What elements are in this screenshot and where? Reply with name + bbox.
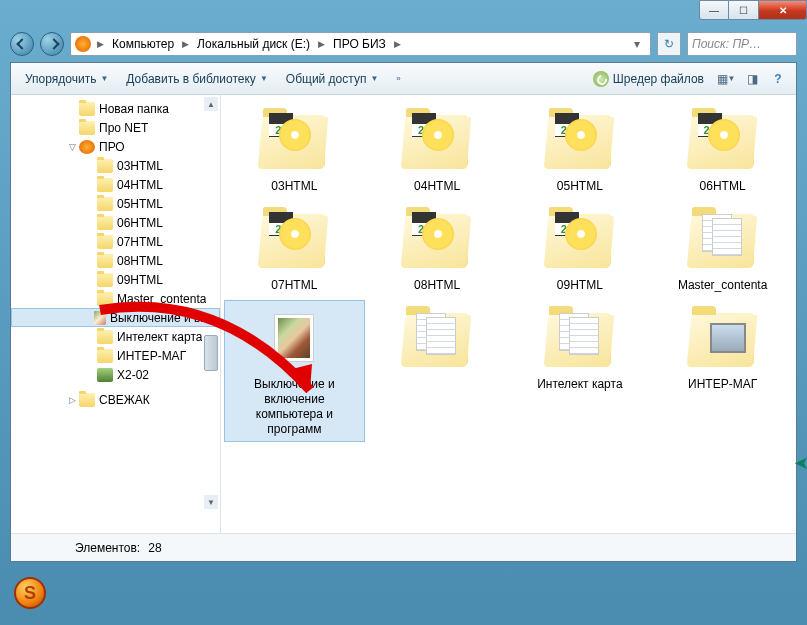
more-button[interactable]: » xyxy=(388,70,408,87)
grid-item[interactable]: 06HTML xyxy=(653,103,792,198)
grid-item[interactable]: 04HTML xyxy=(368,103,507,198)
grid-item[interactable]: 05HTML xyxy=(511,103,650,198)
item-thumb xyxy=(398,305,476,375)
chevron-right-icon[interactable]: ▶ xyxy=(392,39,403,49)
item-thumb xyxy=(541,107,619,177)
tree-item[interactable]: Интелект карта xyxy=(11,327,220,346)
tree-item-label: Про NET xyxy=(99,121,148,135)
help-button[interactable]: ? xyxy=(766,68,790,90)
tree-item-label: Новая папка xyxy=(99,102,169,116)
tree-item[interactable]: Про NET xyxy=(11,118,220,137)
tree-item-label: СВЕЖАК xyxy=(99,393,150,407)
refresh-button[interactable]: ↻ xyxy=(657,32,681,56)
grid-item[interactable]: 09HTML xyxy=(511,202,650,297)
maximize-button[interactable]: ☐ xyxy=(729,0,759,20)
tree-item-label: 04HTML xyxy=(117,178,163,192)
item-thumb xyxy=(684,305,762,375)
item-thumb xyxy=(398,206,476,276)
back-button[interactable] xyxy=(10,32,34,56)
shredder-button[interactable]: Шредер файлов xyxy=(585,67,712,91)
tree-item[interactable]: 05HTML xyxy=(11,194,220,213)
scroll-down-button[interactable]: ▼ xyxy=(204,495,218,509)
grid-item[interactable]: Master_contenta xyxy=(653,202,792,297)
breadcrumb-seg[interactable]: Локальный диск (E:) xyxy=(191,37,316,51)
content-pane[interactable]: 03HTML04HTML05HTML06HTML07HTML08HTML09HT… xyxy=(221,95,796,533)
grid-item[interactable]: Интелект карта xyxy=(511,301,650,441)
grid-item[interactable]: ИНТЕР-МАГ xyxy=(653,301,792,441)
tree-item[interactable]: X2-02 xyxy=(11,365,220,384)
grid-item[interactable]: 08HTML xyxy=(368,202,507,297)
organize-button[interactable]: Упорядочить▼ xyxy=(17,68,116,90)
scroll-up-button[interactable]: ▲ xyxy=(204,97,218,111)
folder-icon xyxy=(79,102,95,116)
tree-item-label: 09HTML xyxy=(117,273,163,287)
tree-item-label: Интелект карта xyxy=(117,330,202,344)
tree-item[interactable]: 07HTML xyxy=(11,232,220,251)
nav-row: ▶ Компьютер ▶ Локальный диск (E:) ▶ ПРО … xyxy=(0,28,807,60)
item-thumb xyxy=(541,305,619,375)
tree-item-label: 07HTML xyxy=(117,235,163,249)
shredder-icon xyxy=(593,71,609,87)
tree-item[interactable]: ▽ПРО xyxy=(11,137,220,156)
tree-item[interactable]: 04HTML xyxy=(11,175,220,194)
item-label: 09HTML xyxy=(557,278,603,293)
location-icon xyxy=(75,36,91,52)
close-button[interactable]: ✕ xyxy=(759,0,807,20)
item-label: Интелект карта xyxy=(537,377,622,392)
forward-button[interactable] xyxy=(40,32,64,56)
breadcrumb-seg[interactable]: Компьютер xyxy=(106,37,180,51)
tree-item[interactable]: Master_contenta xyxy=(11,289,220,308)
chevron-right-icon[interactable]: ▶ xyxy=(316,39,327,49)
view-button[interactable]: ▦ ▼ xyxy=(714,68,738,90)
item-thumb xyxy=(255,305,333,375)
preview-pane-button[interactable]: ◨ xyxy=(740,68,764,90)
item-thumb xyxy=(255,107,333,177)
chevron-right-icon[interactable]: ▶ xyxy=(95,39,106,49)
grid-item[interactable]: 03HTML xyxy=(225,103,364,198)
tree-item[interactable]: 09HTML xyxy=(11,270,220,289)
coin-icon: S xyxy=(14,577,46,609)
item-count-label: Элементов: xyxy=(75,541,140,555)
tree-item-label: 06HTML xyxy=(117,216,163,230)
item-thumb xyxy=(255,206,333,276)
nav-tree[interactable]: ▲ ▼ Новая папкаПро NET▽ПРО03HTML04HTML05… xyxy=(11,95,221,533)
items-grid: 03HTML04HTML05HTML06HTML07HTML08HTML09HT… xyxy=(225,103,792,441)
item-label: 08HTML xyxy=(414,278,460,293)
item-thumb xyxy=(398,107,476,177)
tree-item[interactable]: Выключение и включение xyxy=(11,308,220,327)
breadcrumb[interactable]: ▶ Компьютер ▶ Локальный диск (E:) ▶ ПРО … xyxy=(70,32,651,56)
grid-item[interactable]: 07HTML xyxy=(225,202,364,297)
tree-item[interactable]: ▷СВЕЖАК xyxy=(11,390,220,409)
tree-item[interactable]: 03HTML xyxy=(11,156,220,175)
grid-item[interactable] xyxy=(368,301,507,441)
search-placeholder: Поиск: ПР… xyxy=(692,37,761,51)
add-to-library-button[interactable]: Добавить в библиотеку▼ xyxy=(118,68,275,90)
toolbar: Упорядочить▼ Добавить в библиотеку▼ Общи… xyxy=(11,63,796,95)
tree-item[interactable]: Новая папка xyxy=(11,99,220,118)
breadcrumb-dropdown[interactable]: ▾ xyxy=(628,37,646,51)
share-button[interactable]: Общий доступ▼ xyxy=(278,68,387,90)
item-label: 07HTML xyxy=(271,278,317,293)
tree-item[interactable]: ИНТЕР-МАГ xyxy=(11,346,220,365)
item-thumb xyxy=(684,107,762,177)
expand-icon[interactable]: ▷ xyxy=(65,395,79,405)
tree-item-label: 08HTML xyxy=(117,254,163,268)
expand-icon[interactable]: ▽ xyxy=(65,142,79,152)
folder-icon xyxy=(97,254,113,268)
item-label: 04HTML xyxy=(414,179,460,194)
tree-item-label: ИНТЕР-МАГ xyxy=(117,349,186,363)
folder-icon xyxy=(97,292,113,306)
breadcrumb-seg[interactable]: ПРО БИЗ xyxy=(327,37,392,51)
titlebar: — ☐ ✕ xyxy=(0,0,807,28)
tree-item-label: 05HTML xyxy=(117,197,163,211)
scrollbar-thumb[interactable] xyxy=(204,335,218,371)
minimize-button[interactable]: — xyxy=(699,0,729,20)
grid-item[interactable]: Выключение и включение компьютера и прог… xyxy=(225,301,364,441)
item-label: Выключение и включение компьютера и прог… xyxy=(239,377,349,437)
tree-item[interactable]: 08HTML xyxy=(11,251,220,270)
search-input[interactable]: Поиск: ПР… xyxy=(687,32,797,56)
folder-icon xyxy=(79,393,95,407)
tree-item[interactable]: 06HTML xyxy=(11,213,220,232)
folder-icon xyxy=(79,121,95,135)
chevron-right-icon[interactable]: ▶ xyxy=(180,39,191,49)
